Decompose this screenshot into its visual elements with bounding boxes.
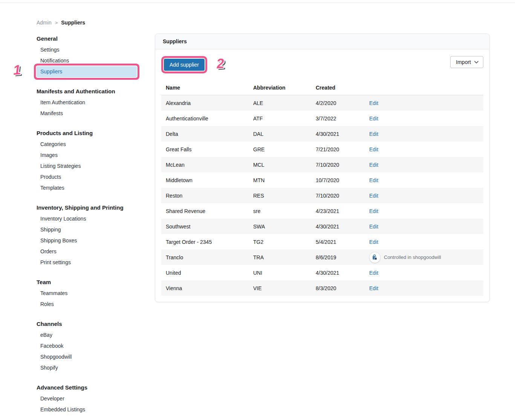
sidebar-item-manifests[interactable]: Manifests <box>37 108 137 119</box>
sidebar-item-label: Developer <box>40 396 64 402</box>
sidebar-item-shopgoodwill[interactable]: Shopgoodwill <box>37 352 137 362</box>
cell-actions: Edit <box>365 285 483 291</box>
suppliers-table-body: Alexandria ALE 4/2/2020 Edit Authenticat… <box>161 95 483 296</box>
table-row: Vienna VIE 8/3/2020 Edit <box>161 280 483 296</box>
edit-link[interactable]: Edit <box>369 177 378 183</box>
sidebar-item-shopify[interactable]: Shopify <box>37 362 137 373</box>
sidebar-item-settings[interactable]: Settings <box>37 44 137 55</box>
cell-supplier-name: Southwest <box>161 224 249 230</box>
table-row: Reston RES 7/10/2020 Edit <box>161 188 483 203</box>
sidebar-item-products[interactable]: Products <box>37 172 137 183</box>
cell-abbreviation: SWA <box>249 224 311 230</box>
cell-abbreviation: UNI <box>249 270 311 276</box>
admin-page: Admin > Suppliers General Settings Notif… <box>0 3 515 420</box>
cell-abbreviation: RES <box>249 193 311 199</box>
sidebar-item-suppliers[interactable]: Suppliers 1 <box>37 66 137 77</box>
cell-abbreviation: TG2 <box>249 239 311 245</box>
cell-created-date: 10/7/2020 <box>311 177 365 183</box>
column-header-created: Created <box>311 81 365 95</box>
sidebar-item-orders[interactable]: Orders <box>37 246 137 257</box>
cell-created-date: 4/30/2021 <box>311 224 365 230</box>
sidebar-section-heading: Inventory, Shipping and Printing <box>37 202 137 213</box>
cell-abbreviation: VIE <box>249 285 311 291</box>
cell-actions: Edit <box>365 193 483 199</box>
sidebar-section-heading: Advanced Settings <box>37 382 137 393</box>
edit-link[interactable]: Edit <box>369 131 378 137</box>
sidebar-section-heading: General <box>37 33 137 44</box>
cell-created-date: 7/10/2020 <box>311 193 365 199</box>
sidebar-item-label: Notifications <box>40 58 69 64</box>
sidebar-item-shipping-boxes[interactable]: Shipping Boxes <box>37 235 137 246</box>
edit-link[interactable]: Edit <box>369 224 378 230</box>
sidebar-item-images[interactable]: Images <box>37 150 137 161</box>
sidebar-item-notifications[interactable]: Notifications <box>37 55 137 66</box>
sidebar-item-roles[interactable]: Roles <box>37 299 137 310</box>
breadcrumb-admin-link[interactable]: Admin <box>37 20 52 26</box>
table-row: Shared Revenue sre 4/23/2021 Edit <box>161 203 483 219</box>
table-row: Alexandria ALE 4/2/2020 Edit <box>161 95 483 111</box>
sidebar-item-inventory-locations[interactable]: Inventory Locations <box>37 213 137 224</box>
suppliers-toolbar: Add supplier 2 Import <box>161 56 483 73</box>
edit-link[interactable]: Edit <box>369 116 378 122</box>
cell-supplier-name: Alexandria <box>161 100 249 106</box>
card-title: Suppliers <box>155 34 489 49</box>
sidebar-item-label: Shipping <box>40 227 61 233</box>
cell-supplier-name: Tranclo <box>161 254 249 260</box>
edit-link[interactable]: Edit <box>369 146 378 152</box>
sidebar-item-label: Orders <box>40 248 57 254</box>
sidebar-section-heading: Team <box>37 277 137 288</box>
sidebar-item-label: Suppliers <box>40 68 62 75</box>
edit-link[interactable]: Edit <box>369 208 378 214</box>
cell-created-date: 4/23/2021 <box>311 208 365 214</box>
sidebar-section: Channels eBay Facebook Shopgoodwill Shop… <box>37 319 137 373</box>
edit-link[interactable]: Edit <box>369 100 378 106</box>
table-row: United UNI 4/30/2021 Edit <box>161 265 483 280</box>
cell-created-date: 8/3/2020 <box>311 285 365 291</box>
sidebar-item-label: Item Authentication <box>40 99 85 105</box>
sidebar-item-label: Inventory Locations <box>40 216 86 222</box>
sidebar-item-facebook[interactable]: Facebook <box>37 341 137 352</box>
edit-link[interactable]: Edit <box>369 193 378 199</box>
edit-link[interactable]: Edit <box>369 285 378 291</box>
sidebar-item-templates[interactable]: Templates <box>37 183 137 193</box>
sidebar-section-list: eBay Facebook Shopgoodwill Shopify <box>37 330 137 373</box>
edit-link[interactable]: Edit <box>369 270 378 276</box>
sidebar-item-developer[interactable]: Developer <box>37 393 137 404</box>
import-button[interactable]: Import <box>450 56 483 68</box>
sidebar-item-label: Roles <box>40 301 54 307</box>
add-supplier-annotation-box: Add supplier 2 <box>164 59 205 71</box>
sidebar-section-list: Developer Embedded Listings <box>37 393 137 415</box>
table-row: Southwest SWA 4/30/2021 Edit <box>161 219 483 234</box>
sidebar-item-label: Listing Strategies <box>40 163 81 169</box>
sidebar-item-teammates[interactable]: Teammates <box>37 288 137 299</box>
sidebar-item-shipping[interactable]: Shipping <box>37 224 137 235</box>
cell-created-date: 4/30/2021 <box>311 270 365 276</box>
sidebar-item-label: eBay <box>40 332 52 338</box>
sidebar-item-embedded-listings[interactable]: Embedded Listings <box>37 404 137 415</box>
cell-supplier-name: Reston <box>161 193 249 199</box>
sidebar-section-list: Inventory Locations Shipping Shipping Bo… <box>37 213 137 268</box>
sidebar-item-print-settings[interactable]: Print settings <box>37 257 137 268</box>
sidebar-item-label: Print settings <box>40 259 71 265</box>
cell-actions: Edit <box>365 162 483 168</box>
sidebar-item-categories[interactable]: Categories <box>37 139 137 150</box>
import-button-label: Import <box>456 59 471 65</box>
edit-link[interactable]: Edit <box>369 239 378 245</box>
table-row: Tranclo TRA 8/6/2019 Controlled in shopg… <box>161 250 483 265</box>
shopping-bag-icon <box>369 252 381 263</box>
table-row: Great Falls GRE 7/21/2020 Edit <box>161 142 483 157</box>
sidebar-item-listing-strategies[interactable]: Listing Strategies <box>37 161 137 172</box>
cell-created-date: 7/21/2020 <box>311 146 365 152</box>
sidebar-item-item-authentication[interactable]: Item Authentication <box>37 97 137 108</box>
edit-link[interactable]: Edit <box>369 162 378 168</box>
sidebar-section-heading: Products and Listing <box>37 128 137 139</box>
sidebar-item-label: Shopify <box>40 365 58 371</box>
cell-actions: Edit <box>365 224 483 230</box>
sidebar-item-ebay[interactable]: eBay <box>37 330 137 341</box>
sidebar-item-label: Shopgoodwill <box>40 354 72 360</box>
sidebar-item-label: Images <box>40 152 58 158</box>
cell-created-date: 8/6/2019 <box>311 254 365 260</box>
add-supplier-button[interactable]: Add supplier <box>164 59 205 71</box>
sidebar-section-list: Settings Notifications Suppliers 1 <box>37 44 137 77</box>
sidebar-section: Advanced Settings Developer Embedded Lis… <box>37 382 137 415</box>
